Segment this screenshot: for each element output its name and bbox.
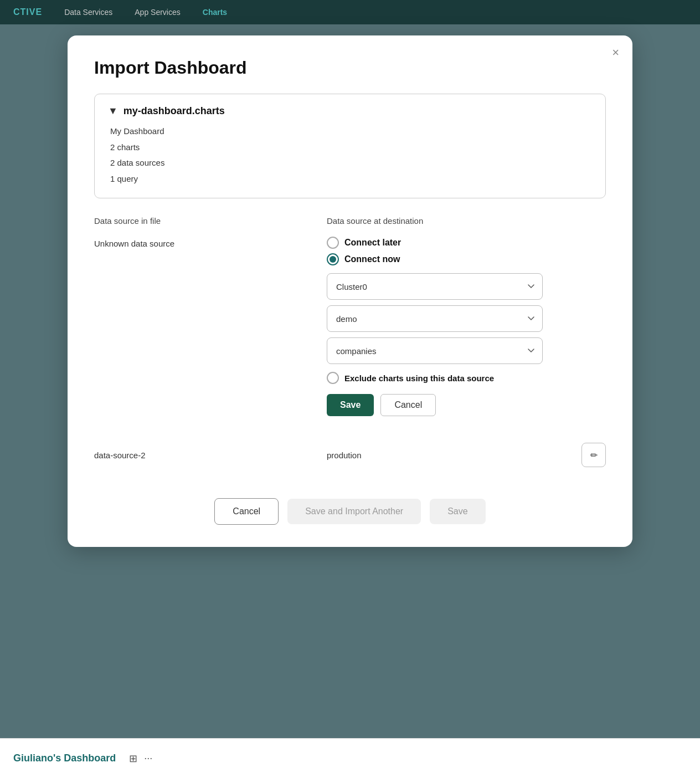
- exclude-circle: [327, 372, 339, 384]
- connection-radio-group: Connect later Connect now: [327, 237, 606, 265]
- connect-now-radio[interactable]: Connect now: [327, 253, 606, 265]
- destination-text-2: prodution: [327, 451, 362, 460]
- top-nav: CTIVE Data Services App Services Charts: [0, 0, 700, 24]
- database-select[interactable]: demo: [327, 305, 543, 332]
- mapping-row-1: Unknown data source Connect later Connec…: [94, 237, 606, 416]
- save-inline-button[interactable]: Save: [327, 394, 374, 416]
- file-card-header: ▼ my-dashboard.charts: [108, 105, 592, 117]
- bottom-icons: ⊞ ···: [129, 753, 152, 765]
- destination-area-2: prodution ✏: [327, 443, 606, 467]
- nav-charts[interactable]: Charts: [203, 8, 227, 17]
- exclude-radio[interactable]: Exclude charts using this data source: [327, 372, 606, 384]
- modal-title: Import Dashboard: [94, 58, 606, 78]
- col-left-header: Data source in file: [94, 216, 327, 226]
- save-and-import-another-button[interactable]: Save and Import Another: [287, 499, 421, 524]
- source-label-1: Unknown data source: [94, 237, 327, 248]
- nav-data-services[interactable]: Data Services: [64, 8, 112, 17]
- source-label-2: data-source-2: [94, 451, 327, 460]
- file-info-card: ▼ my-dashboard.charts My Dashboard 2 cha…: [94, 94, 606, 198]
- save-footer-button[interactable]: Save: [430, 499, 485, 524]
- backdrop: × Import Dashboard ▼ my-dashboard.charts…: [0, 24, 700, 738]
- cluster-select[interactable]: Cluster0: [327, 273, 543, 300]
- mapping-section: Data source in file Data source at desti…: [94, 216, 606, 467]
- query-count: 1 query: [110, 171, 592, 187]
- inline-action-buttons: Save Cancel: [327, 394, 606, 416]
- connect-now-label: Connect now: [344, 254, 400, 264]
- dashboard-name-meta: My Dashboard: [110, 124, 592, 140]
- bottom-dashboard-name[interactable]: Giuliano's Dashboard: [13, 753, 116, 764]
- connect-later-radio[interactable]: Connect later: [327, 237, 606, 249]
- nav-brand: CTIVE: [13, 7, 42, 17]
- chevron-down-icon: ▼: [108, 105, 118, 117]
- col-right-header: Data source at destination: [327, 216, 606, 226]
- mapping-header: Data source in file Data source at desti…: [94, 216, 606, 226]
- mapping-row-2: data-source-2 prodution ✏: [94, 434, 606, 467]
- modal-footer: Cancel Save and Import Another Save: [94, 498, 606, 525]
- collection-select[interactable]: companies: [327, 337, 543, 364]
- connect-later-circle: [327, 237, 339, 249]
- data-sources-count: 2 data sources: [110, 155, 592, 171]
- bottom-bar: Giuliano's Dashboard ⊞ ···: [0, 738, 700, 778]
- destination-area-1: Connect later Connect now Cluster0 demo: [327, 237, 606, 416]
- close-button[interactable]: ×: [612, 47, 619, 59]
- charts-count: 2 charts: [110, 140, 592, 156]
- cancel-footer-button[interactable]: Cancel: [214, 498, 279, 525]
- edit-button-2[interactable]: ✏: [581, 443, 606, 467]
- connect-now-circle: [327, 253, 339, 265]
- file-name: my-dashboard.charts: [123, 105, 225, 117]
- edit-icon: ✏: [590, 450, 598, 460]
- import-dashboard-modal: × Import Dashboard ▼ my-dashboard.charts…: [68, 35, 632, 547]
- file-meta: My Dashboard 2 charts 2 data sources 1 q…: [108, 124, 592, 187]
- cancel-inline-button[interactable]: Cancel: [380, 394, 436, 416]
- connect-later-label: Connect later: [344, 238, 401, 248]
- more-options-icon[interactable]: ···: [144, 753, 152, 765]
- nav-app-services[interactable]: App Services: [135, 8, 180, 17]
- grid-icon[interactable]: ⊞: [129, 753, 137, 765]
- exclude-label: Exclude charts using this data source: [344, 373, 494, 383]
